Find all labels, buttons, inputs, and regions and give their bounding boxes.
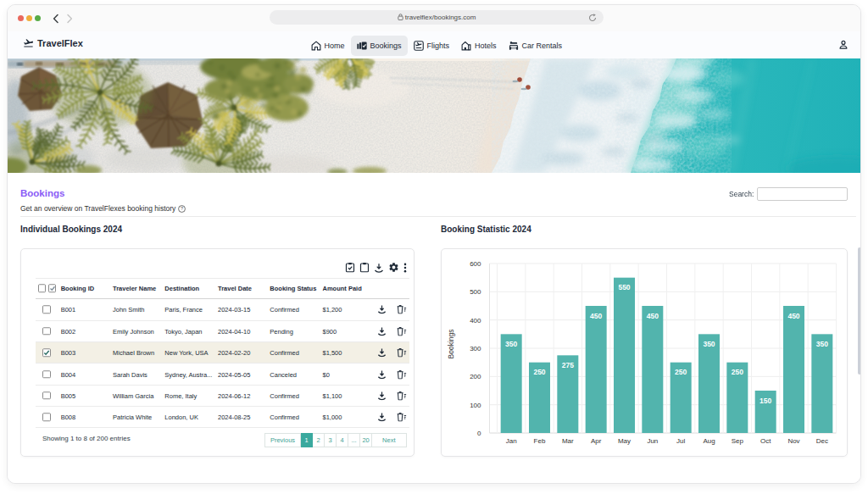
svg-text:Oct: Oct — [760, 437, 771, 445]
svg-text:Nov: Nov — [787, 437, 799, 445]
svg-text:500: 500 — [470, 288, 481, 296]
svg-text:275: 275 — [562, 361, 574, 369]
svg-text:May: May — [618, 437, 631, 445]
svg-text:550: 550 — [618, 283, 630, 291]
svg-text:350: 350 — [703, 340, 715, 348]
svg-text:350: 350 — [505, 340, 517, 348]
svg-text:?: ? — [181, 206, 183, 211]
svg-text:Sep: Sep — [732, 437, 744, 445]
svg-text:450: 450 — [590, 312, 602, 320]
svg-text:Apr: Apr — [591, 437, 602, 445]
svg-text:400: 400 — [470, 317, 481, 325]
svg-text:200: 200 — [470, 373, 481, 380]
svg-text:150: 150 — [760, 397, 771, 405]
svg-text:600: 600 — [470, 260, 481, 268]
svg-text:100: 100 — [470, 402, 481, 409]
svg-text:Bookings: Bookings — [447, 330, 455, 359]
svg-text:Jun: Jun — [647, 437, 658, 445]
svg-text:Dec: Dec — [816, 437, 828, 445]
svg-text:450: 450 — [787, 312, 799, 320]
svg-text:350: 350 — [816, 340, 828, 348]
svg-text:300: 300 — [470, 345, 481, 352]
svg-text:Feb: Feb — [534, 437, 546, 445]
svg-text:0: 0 — [477, 430, 481, 437]
svg-text:Jan: Jan — [506, 437, 517, 445]
svg-text:Jul: Jul — [676, 437, 685, 445]
svg-text:Mar: Mar — [562, 437, 574, 445]
svg-text:250: 250 — [533, 368, 545, 376]
svg-text:250: 250 — [732, 368, 743, 376]
svg-text:450: 450 — [647, 312, 659, 320]
svg-text:Aug: Aug — [703, 437, 715, 445]
svg-text:250: 250 — [675, 368, 687, 376]
